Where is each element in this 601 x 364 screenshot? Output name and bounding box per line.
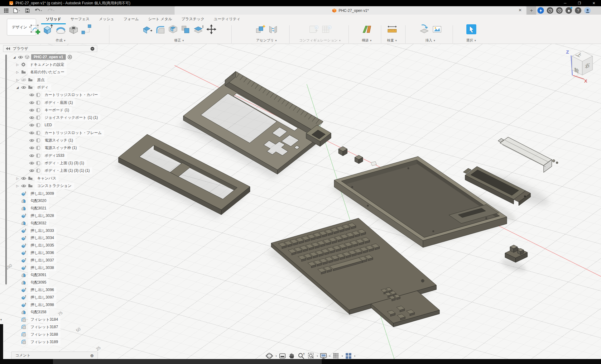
- tree-item-label[interactable]: 押し出し3036: [28, 250, 56, 256]
- feature-item-14[interactable]: 押し出し3097: [21, 294, 56, 301]
- viewports-icon[interactable]: [345, 352, 352, 360]
- construction-plane-icon[interactable]: [362, 24, 372, 35]
- group-label-create[interactable]: 作成 ▼: [56, 38, 66, 43]
- group-label-construct[interactable]: 構築 ▼: [362, 38, 372, 43]
- browser-item-8[interactable]: LED: [29, 122, 54, 128]
- browser-item-0[interactable]: ▷ドキュメントの設定: [16, 61, 67, 68]
- eye-icon[interactable]: [21, 177, 26, 180]
- feature-item-10[interactable]: 押し出し3038: [21, 264, 56, 271]
- ribbon-tab-5[interactable]: プラスチック: [177, 15, 209, 24]
- browser-item-2[interactable]: ▷原点: [16, 76, 47, 83]
- expand-arrow-icon[interactable]: ▷: [16, 63, 19, 66]
- feature-item-20[interactable]: フィレット3189: [21, 338, 60, 345]
- tree-item-label[interactable]: 勾配3021: [28, 205, 49, 212]
- group-label-assembly[interactable]: アセンブリ ▼: [256, 38, 277, 43]
- eye-icon[interactable]: [29, 123, 34, 127]
- browser-item-5[interactable]: ボディ・底面 (1): [29, 99, 75, 106]
- eye-icon[interactable]: [29, 169, 34, 172]
- tree-item-label[interactable]: キーボード (1): [42, 107, 72, 113]
- pan-icon[interactable]: [288, 352, 296, 360]
- tree-item-label[interactable]: 押し出し3037: [28, 257, 56, 264]
- display-settings-icon[interactable]: [320, 352, 327, 360]
- feature-item-19[interactable]: フィレット3188: [21, 331, 60, 338]
- feature-item-13[interactable]: 押し出し3096: [21, 286, 56, 293]
- tree-item-label[interactable]: 押し出し3038: [28, 265, 56, 271]
- feature-item-15[interactable]: 押し出し3098: [21, 301, 56, 308]
- group-label-insert[interactable]: 挿入 ▼: [426, 38, 436, 43]
- feature-item-11[interactable]: 勾配3091: [21, 272, 49, 279]
- tree-item-label[interactable]: フィレット3188: [28, 331, 60, 338]
- tree-item-label[interactable]: 押し出し3028: [28, 213, 56, 219]
- eye-icon[interactable]: [29, 139, 34, 142]
- viewport-canvas[interactable]: [0, 44, 601, 359]
- expand-arrow-icon[interactable]: ▷: [16, 184, 19, 188]
- browser-item-6[interactable]: キーボード (1): [29, 107, 72, 113]
- save-icon[interactable]: [25, 8, 30, 13]
- tree-item-label[interactable]: 勾配3158: [28, 309, 49, 315]
- eye-icon[interactable]: [29, 116, 34, 119]
- browser-item-15[interactable]: ▷キャンバス: [16, 175, 59, 182]
- undo-icon[interactable]: [34, 8, 42, 13]
- tree-item-label[interactable]: 名前の付いたビュー: [28, 69, 67, 75]
- tree-item-label[interactable]: カートリッジスロット・カバー: [42, 92, 100, 98]
- document-tab[interactable]: PHC-27_open v1* ✕: [175, 6, 526, 15]
- ribbon-tab-6[interactable]: ユーティリティ: [209, 15, 245, 24]
- tree-item-label[interactable]: ボディ・底面 (1): [42, 99, 75, 106]
- extensions-icon[interactable]: [537, 7, 544, 14]
- eye-icon[interactable]: [29, 108, 34, 112]
- close-button[interactable]: ✕: [587, 0, 601, 6]
- file-icon[interactable]: [13, 8, 21, 13]
- tree-item-label[interactable]: ボディ1533: [42, 152, 67, 159]
- group-label-configuration[interactable]: コンフィギュレーション ▼: [299, 38, 341, 43]
- app-grid-icon[interactable]: [4, 8, 9, 13]
- eye-icon[interactable]: [29, 154, 34, 157]
- feature-item-4[interactable]: 勾配3032: [21, 220, 49, 227]
- zoom-icon[interactable]: ±: [297, 352, 305, 360]
- tree-item-label[interactable]: カートリッジスロット・フレーム: [42, 130, 104, 136]
- tree-item-label[interactable]: 勾配3020: [28, 198, 49, 204]
- eye-icon[interactable]: [29, 131, 34, 135]
- tree-item-label[interactable]: 勾配3095: [28, 279, 49, 286]
- feature-item-6[interactable]: 押し出し3034: [21, 235, 56, 242]
- orbit-caret-icon[interactable]: ▾: [276, 355, 277, 357]
- activate-radio-icon[interactable]: [68, 55, 72, 59]
- select-icon[interactable]: [466, 24, 477, 35]
- feature-item-17[interactable]: フィレット3184: [21, 316, 60, 323]
- group-label-modify[interactable]: 修正 ▼: [174, 38, 185, 43]
- profile-avatar[interactable]: [584, 7, 591, 14]
- new-component-icon[interactable]: [255, 24, 266, 35]
- browser-item-16[interactable]: ▷コンストラクション: [16, 182, 74, 189]
- group-label-select[interactable]: 選択 ▼: [466, 38, 477, 43]
- tree-item-label[interactable]: ボディ: [35, 84, 51, 91]
- tree-item-label[interactable]: 押し出し3009: [28, 190, 56, 197]
- notifications-icon[interactable]: [565, 7, 572, 14]
- grid-settings-icon[interactable]: [332, 352, 340, 360]
- tree-item-label[interactable]: PHC-27_open v1: [31, 54, 66, 60]
- expand-arrow-icon[interactable]: ▷: [16, 78, 19, 82]
- configuration-table-icon[interactable]: [321, 24, 332, 35]
- add-comment-icon[interactable]: ⊕: [90, 353, 94, 358]
- browser-item-10[interactable]: 電源スイッチ (1): [29, 137, 75, 144]
- tree-item-label[interactable]: コンストラクション: [35, 183, 74, 189]
- tree-item-label[interactable]: ボディ・上面 (1) (3) (1): [42, 160, 87, 166]
- tree-item-label[interactable]: ドキュメントの設定: [27, 61, 67, 68]
- restore-button[interactable]: ❐: [572, 0, 587, 6]
- feature-item-5[interactable]: 押し出し3033: [21, 227, 56, 234]
- feature-item-3[interactable]: 押し出し3028: [21, 212, 56, 219]
- revolve-icon[interactable]: [55, 24, 66, 35]
- history-icon[interactable]: [556, 7, 563, 14]
- group-label-inspect[interactable]: 検査 ▼: [387, 38, 397, 43]
- ribbon-tab-4[interactable]: シート メタル: [143, 15, 177, 24]
- browser-item-11[interactable]: 電源スイッチ枠 (1): [29, 144, 79, 151]
- browser-item-14[interactable]: ボディ・上面 (1) (3) (1) (1): [29, 167, 92, 174]
- browser-item-7[interactable]: ジョイスティックポート (1) (1): [29, 114, 100, 121]
- eye-icon[interactable]: [29, 93, 34, 97]
- grid-caret-icon[interactable]: ▾: [342, 355, 343, 357]
- feature-item-7[interactable]: 押し出し3035: [21, 242, 56, 249]
- feature-item-9[interactable]: 押し出し3037: [21, 257, 56, 264]
- tree-item-label[interactable]: 押し出し3097: [28, 294, 56, 301]
- eye-icon[interactable]: [21, 86, 26, 89]
- job-status-icon[interactable]: [547, 7, 553, 14]
- minimize-button[interactable]: ─: [558, 0, 572, 6]
- ribbon-tab-1[interactable]: サーフェス: [66, 15, 94, 24]
